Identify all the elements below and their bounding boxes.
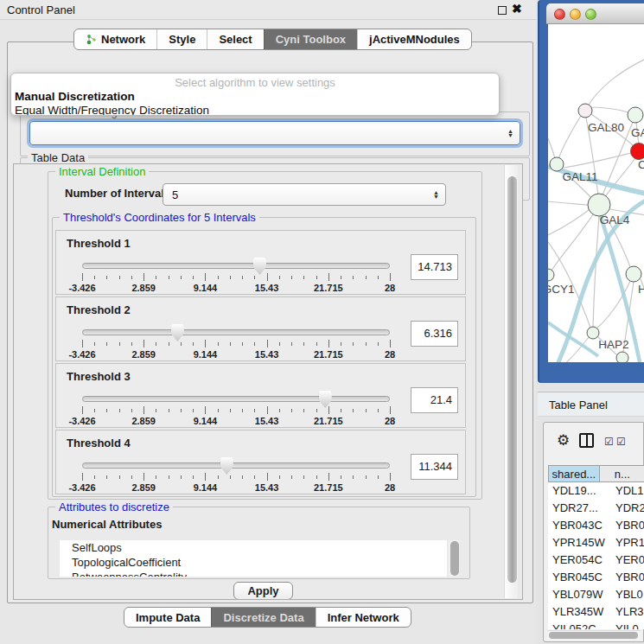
settings-scrollbar-thumb[interactable] xyxy=(507,176,517,583)
algorithm-select[interactable]: ▲▼ xyxy=(29,121,520,145)
threshold-slider-3[interactable]: -3.4262.8599.14415.4321.71528 xyxy=(82,392,390,427)
graph-node[interactable] xyxy=(578,104,592,118)
settings-scrollbar[interactable] xyxy=(504,165,518,598)
edge[interactable] xyxy=(548,210,589,235)
slider-track[interactable] xyxy=(82,329,390,335)
table-row[interactable]: YBL079WYBL0 xyxy=(548,586,644,603)
tick-mark xyxy=(94,409,95,412)
mac-close-icon[interactable] xyxy=(554,9,565,20)
tick-label: 2.859 xyxy=(131,416,156,426)
tick-mark xyxy=(205,406,206,414)
table-row[interactable]: YLR345WYLR3 xyxy=(548,603,644,621)
checked-checkbox-icon[interactable]: ☑ xyxy=(616,436,626,448)
attributes-scrollbar[interactable] xyxy=(449,540,460,577)
slider-thumb[interactable] xyxy=(253,258,266,275)
number-of-intervals-select[interactable]: 5 ▲▼ xyxy=(163,183,446,206)
graph-node[interactable] xyxy=(628,107,643,123)
graph-node[interactable] xyxy=(616,352,628,362)
column-header-1[interactable]: shared... xyxy=(548,465,600,482)
attribute-item-topologicalcoefficient[interactable]: TopologicalCoefficient xyxy=(60,555,447,570)
table-row[interactable]: YBR043CYBR0 xyxy=(548,517,644,534)
tab-select[interactable]: Select xyxy=(207,29,263,49)
tick-mark xyxy=(303,475,304,479)
mac-minimize-icon[interactable] xyxy=(570,9,581,20)
mac-zoom-icon[interactable] xyxy=(585,9,596,20)
threshold-slider-1[interactable]: -3.4262.8599.14415.4321.71528 xyxy=(82,259,390,294)
algorithm-option-equal-width-frequency-discretization[interactable]: Equal Width/Frequency Discretization xyxy=(15,104,209,116)
tick-mark xyxy=(341,342,341,346)
edge[interactable] xyxy=(590,107,630,113)
tab-cyni-toolbox[interactable]: Cyni Toolbox xyxy=(264,29,357,49)
tick-mark xyxy=(291,276,292,279)
slider-thumb[interactable] xyxy=(319,391,332,408)
tick-label: 28 xyxy=(385,349,395,360)
tick-mark xyxy=(218,409,219,412)
threshold-value-field[interactable]: 11.344 xyxy=(411,454,458,480)
split-pane-icon[interactable] xyxy=(579,433,594,448)
graph-node[interactable] xyxy=(550,157,564,171)
tab-jactivemnodules[interactable]: jActiveMNodules xyxy=(357,29,471,49)
tab-discretize-data[interactable]: Discretize Data xyxy=(211,608,315,627)
threshold-slider-2[interactable]: -3.4262.8599.14415.4321.71528 xyxy=(82,326,390,360)
slider-track[interactable] xyxy=(82,263,390,269)
column-header-2[interactable]: n... xyxy=(600,465,644,482)
tick-mark xyxy=(291,342,292,346)
tick-mark xyxy=(279,342,280,346)
threshold-panel-4: Threshold 4-3.4262.8599.14415.4321.71528… xyxy=(55,430,466,494)
slider-track[interactable] xyxy=(82,396,390,402)
graph-node[interactable] xyxy=(548,269,554,281)
algorithm-dropdown-popup: Select algorithm to view settings Manual… xyxy=(10,73,500,116)
tick-mark xyxy=(328,273,329,281)
table-hscrollbar-thumb[interactable] xyxy=(549,632,638,639)
table-hscrollbar[interactable] xyxy=(547,630,641,640)
tab-style[interactable]: Style xyxy=(156,29,207,49)
threshold-value-field[interactable]: 14.713 xyxy=(411,254,458,280)
gear-icon[interactable]: ⚙ xyxy=(557,431,570,450)
slider-thumb[interactable] xyxy=(171,324,184,341)
algorithm-option-manual-discretization[interactable]: Manual Discretization xyxy=(15,90,135,103)
edge[interactable] xyxy=(558,116,581,159)
float-window-icon[interactable] xyxy=(498,6,507,15)
threshold-label: Threshold 3 xyxy=(67,370,131,383)
threshold-slider-4[interactable]: -3.4262.8599.14415.4321.71528 xyxy=(82,459,390,494)
tab-impute-data[interactable]: Impute Data xyxy=(124,608,211,627)
close-icon[interactable]: ✖ xyxy=(512,2,522,16)
threshold-value-field[interactable]: 6.316 xyxy=(411,321,458,347)
edge[interactable] xyxy=(564,153,631,168)
slider-thumb[interactable] xyxy=(220,457,233,475)
tick-mark xyxy=(316,409,317,412)
attribute-item-selfloops[interactable]: SelfLoops xyxy=(60,540,447,555)
edge[interactable] xyxy=(587,59,644,108)
table-row[interactable]: YPR145WYPR1 xyxy=(548,534,644,552)
attribute-item-betweennesscentrality[interactable]: BetweennessCentrality xyxy=(60,570,447,577)
graph-node[interactable] xyxy=(587,327,599,339)
tick-mark xyxy=(169,342,169,346)
edge[interactable] xyxy=(548,201,588,205)
edge[interactable] xyxy=(552,214,593,271)
tab-network[interactable]: Network xyxy=(74,29,156,49)
slider-track[interactable] xyxy=(82,462,390,469)
table-row[interactable]: YIL052CYIL0 xyxy=(548,621,644,629)
tab-label: Infer Network xyxy=(328,611,399,624)
network-window-titlebar[interactable] xyxy=(546,3,644,24)
table-row[interactable]: YBR045CYBR0 xyxy=(548,569,644,586)
apply-button[interactable]: Apply xyxy=(233,582,293,600)
numerical-attributes-list[interactable]: SelfLoopsTopologicalCoefficientBetweenne… xyxy=(60,540,447,577)
network-canvas[interactable]: GAL80GACGAL11GAL4GCY1HHAP2 xyxy=(548,24,644,362)
node-label: C xyxy=(638,158,644,171)
graph-node[interactable] xyxy=(626,266,641,282)
table-panel-title: Table Panel xyxy=(549,399,608,411)
table-cell: YLR345W xyxy=(548,603,611,621)
edge[interactable] xyxy=(593,216,599,327)
tab-infer-network[interactable]: Infer Network xyxy=(316,608,411,627)
attributes-scrollbar-thumb[interactable] xyxy=(450,541,459,576)
table-row[interactable]: YER054CYER0 xyxy=(548,552,644,569)
table-row[interactable]: YDL19...YDL1 xyxy=(548,482,644,500)
threshold-value-field[interactable]: 21.4 xyxy=(411,387,458,413)
table-row[interactable]: YDR27...YDR2 xyxy=(548,500,644,517)
tick-mark xyxy=(94,342,95,346)
graph-node[interactable] xyxy=(631,143,644,160)
checked-checkbox-icon[interactable]: ☑ xyxy=(604,436,614,448)
table-cell: YBR0 xyxy=(611,569,644,586)
tick-mark xyxy=(378,342,379,346)
